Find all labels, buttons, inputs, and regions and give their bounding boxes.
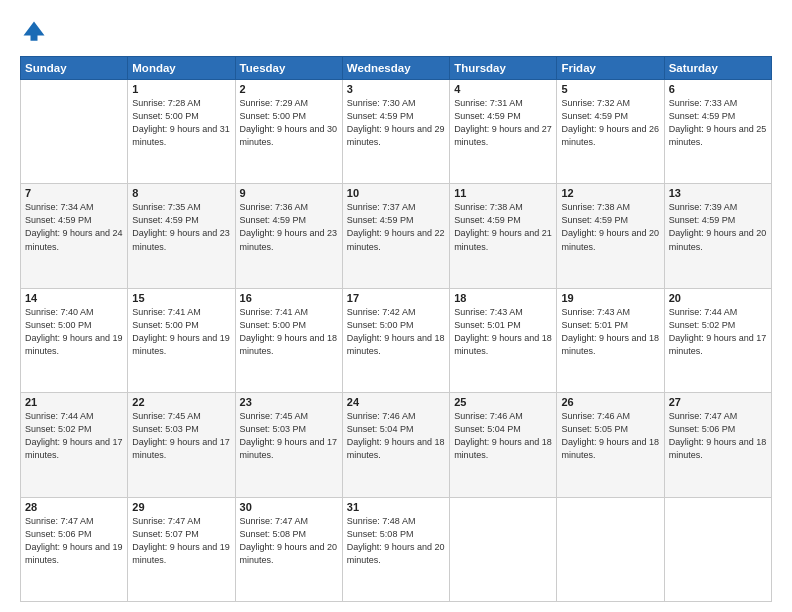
- cell-week3-day7: 20Sunrise: 7:44 AMSunset: 5:02 PMDayligh…: [664, 288, 771, 392]
- day-number: 29: [132, 501, 230, 513]
- day-info: Sunrise: 7:48 AMSunset: 5:08 PMDaylight:…: [347, 515, 445, 567]
- logo: [20, 18, 52, 46]
- day-info: Sunrise: 7:38 AMSunset: 4:59 PMDaylight:…: [454, 201, 552, 253]
- svg-rect-1: [31, 34, 38, 41]
- header-thursday: Thursday: [450, 57, 557, 80]
- day-info: Sunrise: 7:28 AMSunset: 5:00 PMDaylight:…: [132, 97, 230, 149]
- day-info: Sunrise: 7:45 AMSunset: 5:03 PMDaylight:…: [240, 410, 338, 462]
- cell-week3-day1: 14Sunrise: 7:40 AMSunset: 5:00 PMDayligh…: [21, 288, 128, 392]
- cell-week5-day3: 30Sunrise: 7:47 AMSunset: 5:08 PMDayligh…: [235, 497, 342, 601]
- header-friday: Friday: [557, 57, 664, 80]
- cell-week4-day5: 25Sunrise: 7:46 AMSunset: 5:04 PMDayligh…: [450, 393, 557, 497]
- day-number: 18: [454, 292, 552, 304]
- day-info: Sunrise: 7:47 AMSunset: 5:06 PMDaylight:…: [25, 515, 123, 567]
- cell-week3-day5: 18Sunrise: 7:43 AMSunset: 5:01 PMDayligh…: [450, 288, 557, 392]
- day-number: 13: [669, 187, 767, 199]
- day-number: 16: [240, 292, 338, 304]
- header-tuesday: Tuesday: [235, 57, 342, 80]
- cell-week2-day3: 9Sunrise: 7:36 AMSunset: 4:59 PMDaylight…: [235, 184, 342, 288]
- day-number: 3: [347, 83, 445, 95]
- day-number: 28: [25, 501, 123, 513]
- cell-week2-day4: 10Sunrise: 7:37 AMSunset: 4:59 PMDayligh…: [342, 184, 449, 288]
- day-info: Sunrise: 7:41 AMSunset: 5:00 PMDaylight:…: [132, 306, 230, 358]
- day-info: Sunrise: 7:33 AMSunset: 4:59 PMDaylight:…: [669, 97, 767, 149]
- cell-week1-day7: 6Sunrise: 7:33 AMSunset: 4:59 PMDaylight…: [664, 80, 771, 184]
- day-number: 1: [132, 83, 230, 95]
- cell-week1-day2: 1Sunrise: 7:28 AMSunset: 5:00 PMDaylight…: [128, 80, 235, 184]
- cell-week2-day6: 12Sunrise: 7:38 AMSunset: 4:59 PMDayligh…: [557, 184, 664, 288]
- day-info: Sunrise: 7:43 AMSunset: 5:01 PMDaylight:…: [561, 306, 659, 358]
- day-number: 11: [454, 187, 552, 199]
- day-number: 24: [347, 396, 445, 408]
- day-number: 2: [240, 83, 338, 95]
- cell-week4-day7: 27Sunrise: 7:47 AMSunset: 5:06 PMDayligh…: [664, 393, 771, 497]
- day-number: 25: [454, 396, 552, 408]
- cell-week5-day4: 31Sunrise: 7:48 AMSunset: 5:08 PMDayligh…: [342, 497, 449, 601]
- header-saturday: Saturday: [664, 57, 771, 80]
- day-info: Sunrise: 7:32 AMSunset: 4:59 PMDaylight:…: [561, 97, 659, 149]
- cell-week5-day2: 29Sunrise: 7:47 AMSunset: 5:07 PMDayligh…: [128, 497, 235, 601]
- day-info: Sunrise: 7:36 AMSunset: 4:59 PMDaylight:…: [240, 201, 338, 253]
- day-number: 30: [240, 501, 338, 513]
- day-number: 17: [347, 292, 445, 304]
- logo-icon: [20, 18, 48, 46]
- day-info: Sunrise: 7:35 AMSunset: 4:59 PMDaylight:…: [132, 201, 230, 253]
- day-info: Sunrise: 7:46 AMSunset: 5:04 PMDaylight:…: [347, 410, 445, 462]
- cell-week5-day6: [557, 497, 664, 601]
- header: [20, 18, 772, 46]
- day-number: 8: [132, 187, 230, 199]
- header-wednesday: Wednesday: [342, 57, 449, 80]
- day-info: Sunrise: 7:43 AMSunset: 5:01 PMDaylight:…: [454, 306, 552, 358]
- cell-week2-day7: 13Sunrise: 7:39 AMSunset: 4:59 PMDayligh…: [664, 184, 771, 288]
- day-number: 7: [25, 187, 123, 199]
- page: SundayMondayTuesdayWednesdayThursdayFrid…: [0, 0, 792, 612]
- day-info: Sunrise: 7:47 AMSunset: 5:07 PMDaylight:…: [132, 515, 230, 567]
- cell-week3-day2: 15Sunrise: 7:41 AMSunset: 5:00 PMDayligh…: [128, 288, 235, 392]
- day-info: Sunrise: 7:46 AMSunset: 5:05 PMDaylight:…: [561, 410, 659, 462]
- day-info: Sunrise: 7:29 AMSunset: 5:00 PMDaylight:…: [240, 97, 338, 149]
- day-info: Sunrise: 7:34 AMSunset: 4:59 PMDaylight:…: [25, 201, 123, 253]
- day-info: Sunrise: 7:46 AMSunset: 5:04 PMDaylight:…: [454, 410, 552, 462]
- day-info: Sunrise: 7:47 AMSunset: 5:08 PMDaylight:…: [240, 515, 338, 567]
- cell-week2-day1: 7Sunrise: 7:34 AMSunset: 4:59 PMDaylight…: [21, 184, 128, 288]
- cell-week4-day4: 24Sunrise: 7:46 AMSunset: 5:04 PMDayligh…: [342, 393, 449, 497]
- day-number: 10: [347, 187, 445, 199]
- cell-week3-day3: 16Sunrise: 7:41 AMSunset: 5:00 PMDayligh…: [235, 288, 342, 392]
- cell-week4-day3: 23Sunrise: 7:45 AMSunset: 5:03 PMDayligh…: [235, 393, 342, 497]
- cell-week3-day4: 17Sunrise: 7:42 AMSunset: 5:00 PMDayligh…: [342, 288, 449, 392]
- day-number: 5: [561, 83, 659, 95]
- day-info: Sunrise: 7:40 AMSunset: 5:00 PMDaylight:…: [25, 306, 123, 358]
- cell-week3-day6: 19Sunrise: 7:43 AMSunset: 5:01 PMDayligh…: [557, 288, 664, 392]
- day-info: Sunrise: 7:30 AMSunset: 4:59 PMDaylight:…: [347, 97, 445, 149]
- day-info: Sunrise: 7:44 AMSunset: 5:02 PMDaylight:…: [25, 410, 123, 462]
- day-info: Sunrise: 7:42 AMSunset: 5:00 PMDaylight:…: [347, 306, 445, 358]
- day-number: 23: [240, 396, 338, 408]
- cell-week2-day5: 11Sunrise: 7:38 AMSunset: 4:59 PMDayligh…: [450, 184, 557, 288]
- day-info: Sunrise: 7:31 AMSunset: 4:59 PMDaylight:…: [454, 97, 552, 149]
- header-monday: Monday: [128, 57, 235, 80]
- cell-week2-day2: 8Sunrise: 7:35 AMSunset: 4:59 PMDaylight…: [128, 184, 235, 288]
- cell-week1-day4: 3Sunrise: 7:30 AMSunset: 4:59 PMDaylight…: [342, 80, 449, 184]
- svg-marker-0: [24, 22, 45, 36]
- day-number: 14: [25, 292, 123, 304]
- day-number: 15: [132, 292, 230, 304]
- day-number: 20: [669, 292, 767, 304]
- day-number: 6: [669, 83, 767, 95]
- day-number: 31: [347, 501, 445, 513]
- day-number: 26: [561, 396, 659, 408]
- day-info: Sunrise: 7:41 AMSunset: 5:00 PMDaylight:…: [240, 306, 338, 358]
- header-sunday: Sunday: [21, 57, 128, 80]
- day-number: 9: [240, 187, 338, 199]
- day-number: 12: [561, 187, 659, 199]
- cell-week1-day3: 2Sunrise: 7:29 AMSunset: 5:00 PMDaylight…: [235, 80, 342, 184]
- cell-week5-day5: [450, 497, 557, 601]
- cell-week5-day1: 28Sunrise: 7:47 AMSunset: 5:06 PMDayligh…: [21, 497, 128, 601]
- cell-week1-day5: 4Sunrise: 7:31 AMSunset: 4:59 PMDaylight…: [450, 80, 557, 184]
- day-number: 21: [25, 396, 123, 408]
- day-number: 22: [132, 396, 230, 408]
- day-info: Sunrise: 7:47 AMSunset: 5:06 PMDaylight:…: [669, 410, 767, 462]
- day-info: Sunrise: 7:38 AMSunset: 4:59 PMDaylight:…: [561, 201, 659, 253]
- day-number: 4: [454, 83, 552, 95]
- day-number: 19: [561, 292, 659, 304]
- day-info: Sunrise: 7:44 AMSunset: 5:02 PMDaylight:…: [669, 306, 767, 358]
